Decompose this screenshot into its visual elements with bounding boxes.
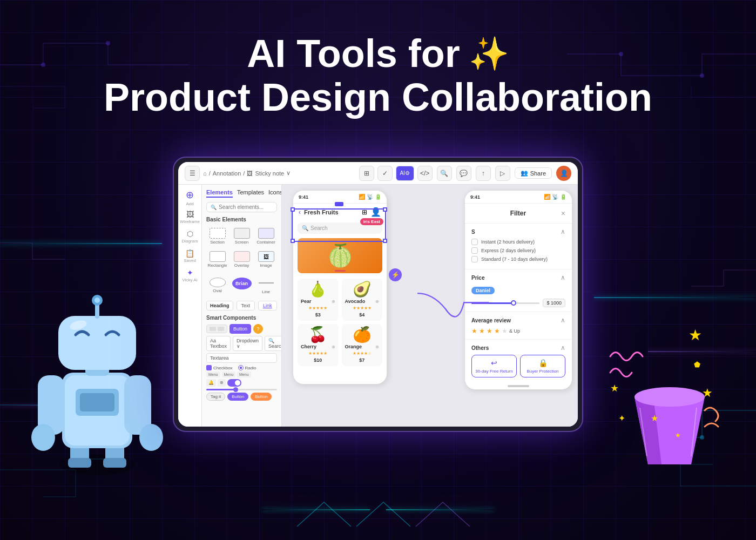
radio-checked <box>238 365 244 370</box>
return-label: 30-day Free Return <box>475 369 512 374</box>
element-container[interactable]: Container <box>255 226 277 247</box>
svg-text:✦: ✦ <box>618 414 625 423</box>
add-btn[interactable]: ⊕ Add <box>181 189 199 206</box>
text-item[interactable]: Text <box>237 301 255 310</box>
smart-btn[interactable]: Button <box>230 324 251 334</box>
checkbox-instant <box>471 239 478 245</box>
menu-icon-2[interactable]: ⊗ <box>218 379 226 387</box>
slider-fill <box>206 389 234 390</box>
basic-elements-grid: Section Screen Container Rectangle <box>206 226 277 270</box>
upload-btn[interactable]: ↑ <box>476 166 491 181</box>
tab-elements[interactable]: Elements <box>206 189 233 198</box>
smart-question[interactable]: ? <box>253 324 263 334</box>
back-arrow[interactable]: ‹ <box>299 208 301 216</box>
review-title: Average review <box>471 318 511 323</box>
smart-search-field[interactable]: 🔍 Search <box>265 336 282 351</box>
user-avatar-icon[interactable]: 👤 <box>370 207 381 217</box>
phone-search-box[interactable]: 🔍 Search Iris East <box>298 222 382 234</box>
link-item[interactable]: Link <box>258 301 277 310</box>
element-rectangle[interactable]: Rectangle <box>206 249 228 270</box>
menu-mini-3[interactable]: Menu <box>237 372 251 377</box>
check-btn[interactable]: ✓ <box>377 166 393 181</box>
svg-rect-14 <box>80 393 114 411</box>
share-button[interactable]: 👥 Share <box>515 167 552 179</box>
price-section: Price ∧ Daniel $ 1000 <box>465 269 572 312</box>
others-header: Others ∧ <box>471 344 565 352</box>
tab-templates[interactable]: Templates <box>237 189 264 198</box>
tag-1[interactable]: Tag it <box>206 393 225 401</box>
other-return[interactable]: ↩ 30-day Free Return <box>471 355 517 377</box>
element-search[interactable]: 🔍 <box>206 202 277 212</box>
avatar-btn[interactable]: 👤 <box>556 166 571 181</box>
price-slider-thumb[interactable] <box>511 300 516 306</box>
grid-icon[interactable]: ⊞ <box>362 208 367 216</box>
heading-item[interactable]: Heading <box>206 301 233 310</box>
element-brian[interactable]: Brian <box>231 275 253 298</box>
search-placeholder: Search <box>310 225 328 231</box>
svg-rect-20 <box>58 316 136 370</box>
daniel-badge: Daniel <box>471 287 495 294</box>
phone-time-left: 9:41 <box>299 194 308 200</box>
menu-button[interactable]: ☰ <box>185 166 200 181</box>
others-toggle[interactable]: ∧ <box>561 344 565 352</box>
protection-icon: 🔒 <box>538 359 548 367</box>
tag-2[interactable]: Button <box>227 393 248 401</box>
svg-text:★: ★ <box>675 431 681 439</box>
smart-dropdown[interactable]: Dropdown ∨ <box>233 336 262 351</box>
grid-view-btn[interactable]: ⊞ <box>359 166 374 181</box>
checkbox-item[interactable]: Checkbox <box>206 365 233 370</box>
price-toggle[interactable]: ∧ <box>561 274 565 281</box>
menu-mini-1[interactable]: Menu <box>206 372 220 377</box>
element-overlay[interactable]: Overlay <box>231 249 253 270</box>
fruit-pear[interactable]: 🍐 Pear ⊕ ★★★★★ $3 <box>298 279 339 321</box>
menu-icon-1[interactable]: 🔔 <box>206 379 216 387</box>
toolbar-left: ☰ ⌂ / Annotation / 🖼 Sticky note ∨ <box>185 166 355 181</box>
smart-textarea[interactable]: Textarea <box>206 353 277 363</box>
wireframe-btn[interactable]: 🖼 Wireframe <box>181 208 199 226</box>
svg-point-28 <box>634 387 705 407</box>
elements-panel: Elements Templates Icons 🔍 Basic Element… <box>202 185 282 427</box>
tab-icons[interactable]: Icons <box>268 189 282 198</box>
vicky-btn[interactable]: ✦ Vicky Ai <box>181 267 199 284</box>
element-section[interactable]: Section <box>206 226 228 247</box>
price-input[interactable]: $ 1000 <box>543 299 565 307</box>
code-btn[interactable]: </> <box>417 166 433 181</box>
tag-3[interactable]: Button <box>251 393 272 401</box>
add-label: Add <box>186 201 193 206</box>
saved-btn[interactable]: 📋 Saved <box>181 247 199 265</box>
diagram-btn[interactable]: ⬡ Diagram <box>181 228 199 245</box>
element-screen[interactable]: Screen <box>231 226 253 247</box>
slider-thumb[interactable] <box>233 387 238 392</box>
instant-label: Instant (2 hours delivery) <box>481 239 535 245</box>
checkbox-checked <box>206 365 212 370</box>
filter-standard[interactable]: Standard (7 - 10 days delivery) <box>471 256 565 262</box>
screen-mockup: ☰ ⌂ / Annotation / 🖼 Sticky note ∨ ⊞ ✓ A… <box>173 157 583 432</box>
search-input[interactable] <box>219 204 273 210</box>
delivery-section: S ∧ Instant (2 hours delivery) Express (… <box>465 224 572 269</box>
comment-btn[interactable]: 💬 <box>456 166 471 181</box>
delivery-toggle[interactable]: ∧ <box>561 228 565 235</box>
fruit-avocado[interactable]: 🥑 Avocado ⊕ ★★★★★ $4 <box>342 279 383 321</box>
radio-item[interactable]: Radio <box>238 365 256 370</box>
ai-btn[interactable]: AI⚙ <box>396 166 414 181</box>
fruit-cherry[interactable]: 🍒 Cherry ⊕ ★★★★★ $10 <box>298 324 339 366</box>
sparkle-icon: ✨ <box>469 36 509 72</box>
search-btn[interactable]: 🔍 <box>437 166 452 181</box>
phone-time-right: 9:41 <box>470 194 480 200</box>
element-image[interactable]: 🖼 Image <box>255 249 277 270</box>
menu-mini-2[interactable]: Menu <box>222 372 236 377</box>
toggle-on[interactable] <box>227 379 241 387</box>
filter-express[interactable]: Express (2 days delivery) <box>471 247 565 254</box>
toolbar: ☰ ⌂ / Annotation / 🖼 Sticky note ∨ ⊞ ✓ A… <box>178 162 578 185</box>
element-line[interactable]: Line <box>255 275 277 298</box>
other-protection[interactable]: 🔒 Buyer Protection <box>520 355 565 377</box>
lightning-icon: ⚡ <box>389 268 402 281</box>
smart-components-label: Smart Components <box>206 315 277 321</box>
review-toggle[interactable]: ∧ <box>561 316 565 324</box>
filter-instant[interactable]: Instant (2 hours delivery) <box>471 239 565 245</box>
element-oval[interactable]: Oval <box>206 275 228 298</box>
play-btn[interactable]: ▷ <box>495 166 510 181</box>
fruit-orange[interactable]: 🍊 Orange ⊕ ★★★★☆ $7 <box>342 324 383 366</box>
smart-textbox[interactable]: Aa Textbox <box>206 336 231 351</box>
filter-close-btn[interactable]: × <box>561 209 565 218</box>
